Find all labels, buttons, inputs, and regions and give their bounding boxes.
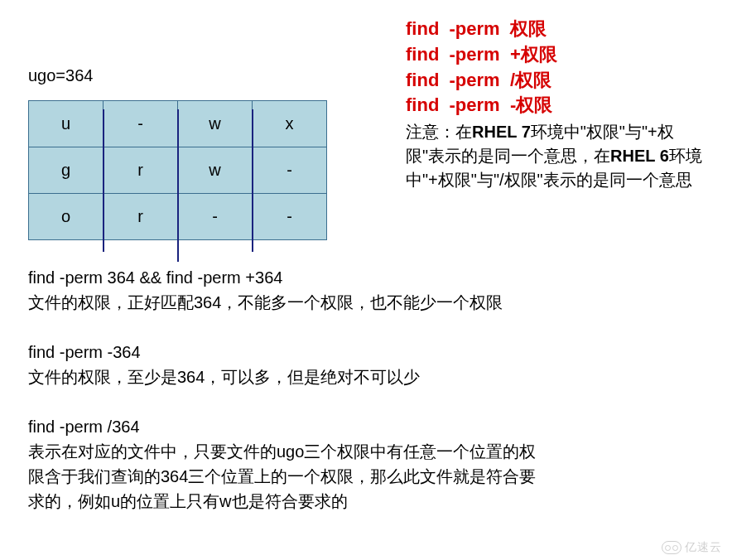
example-desc: 表示在对应的文件中，只要文件的ugo三个权限中有任意一个位置的权限含于我们查询的… (28, 439, 550, 514)
example-cmd: find -perm /364 (28, 414, 707, 439)
watermark: 亿速云 (662, 540, 722, 555)
cell: - (178, 194, 253, 240)
cell: r (104, 194, 178, 240)
cell: r (104, 147, 178, 194)
cell: g (29, 147, 104, 194)
cell: w (178, 101, 253, 147)
watermark-text: 亿速云 (685, 540, 722, 555)
cell: x (253, 101, 327, 147)
cell: - (253, 147, 327, 194)
cell: u (29, 101, 104, 147)
cell: - (253, 194, 327, 240)
note-part: 注意：在 (406, 123, 472, 141)
cell: w (178, 147, 253, 194)
note-text: 注意：在RHEL 7环境中"权限"与"+权限"表示的是同一个意思，在RHEL 6… (406, 120, 707, 192)
example-section: find -perm -364 文件的权限，至少是364，可以多，但是绝对不可以… (28, 340, 707, 389)
table-row: o r - - (29, 194, 327, 240)
note-bold: RHEL 7 (472, 123, 531, 141)
example-desc: 文件的权限，至少是364，可以多，但是绝对不可以少 (28, 364, 707, 389)
example-section: find -perm /364 表示在对应的文件中，只要文件的ugo三个权限中有… (28, 414, 707, 514)
syntax-line: find -perm +权限 (406, 42, 707, 68)
note-bold: RHEL 6 (610, 147, 669, 165)
cell: o (29, 194, 104, 240)
example-section: find -perm 364 && find -perm +364 文件的权限，… (28, 265, 707, 315)
syntax-line: find -perm /权限 (406, 68, 707, 94)
right-column: find -perm 权限 find -perm +权限 find -perm … (397, 17, 707, 192)
ugo-title: ugo=364 (28, 66, 397, 85)
syntax-line: find -perm -权限 (406, 93, 707, 118)
permission-table: u - w x g r w - o r - - (28, 100, 327, 240)
syntax-line: find -perm 权限 (406, 17, 707, 42)
example-cmd: find -perm -364 (28, 340, 707, 364)
example-desc: 文件的权限，正好匹配364，不能多一个权限，也不能少一个权限 (28, 290, 707, 315)
top-row: ugo=364 u - w x g r w - o r - - (25, 17, 707, 240)
table-row: g r w - (29, 147, 327, 194)
left-column: ugo=364 u - w x g r w - o r - - (25, 17, 397, 240)
cloud-icon (662, 541, 681, 554)
table-row: u - w x (29, 101, 327, 147)
example-cmd: find -perm 364 && find -perm +364 (28, 265, 707, 290)
cell: - (104, 101, 178, 147)
